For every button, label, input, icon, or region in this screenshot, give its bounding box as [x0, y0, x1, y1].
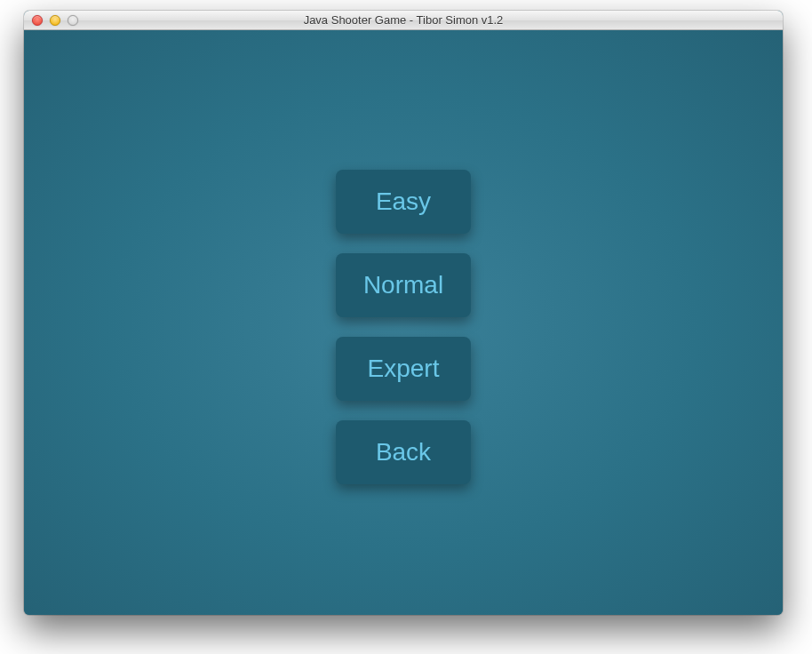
normal-button[interactable]: Normal [336, 253, 471, 317]
game-content: Easy Normal Expert Back [24, 30, 783, 615]
back-button[interactable]: Back [336, 420, 471, 484]
traffic-lights [32, 15, 78, 26]
application-window: Java Shooter Game - Tibor Simon v1.2 Eas… [24, 11, 783, 615]
easy-button[interactable]: Easy [336, 170, 471, 234]
window-title: Java Shooter Game - Tibor Simon v1.2 [24, 13, 783, 27]
close-icon[interactable] [32, 15, 43, 26]
expert-button[interactable]: Expert [336, 337, 471, 401]
zoom-icon[interactable] [68, 15, 78, 26]
titlebar: Java Shooter Game - Tibor Simon v1.2 [24, 11, 783, 30]
minimize-icon[interactable] [50, 15, 60, 26]
